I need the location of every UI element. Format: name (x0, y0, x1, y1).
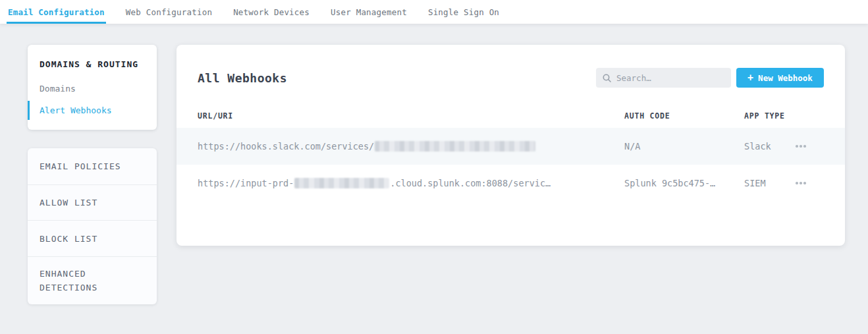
table-row: https://input-prd- .cloud.splunk.com:808… (176, 165, 845, 202)
tab-single-sign-on[interactable]: Single Sign On (427, 0, 501, 24)
top-navigation: Email Configuration Web Configuration Ne… (0, 0, 868, 24)
url-text: https://input-prd- (198, 178, 294, 188)
app-type-cell: SIEM (744, 165, 790, 202)
row-menu-icon[interactable] (791, 165, 811, 202)
redacted-url-segment (375, 141, 535, 152)
column-header-app-type: APP TYPE (744, 111, 785, 121)
app-type-cell: Slack (744, 128, 790, 165)
webhook-url-cell: https://hooks.slack.com/services/ (198, 128, 619, 165)
auth-code-cell: N/A (624, 128, 740, 165)
column-header-auth-code: AUTH CODE (624, 111, 670, 121)
sidebar-item-enhanced-detections[interactable]: ENHANCED DETECTIONS (28, 256, 157, 304)
sidebar-item-block-list[interactable]: BLOCK LIST (28, 220, 157, 256)
webhook-url-cell: https://input-prd- .cloud.splunk.com:808… (198, 165, 619, 202)
url-text-suffix: .cloud.splunk.com:8088/servic… (390, 178, 551, 188)
tab-user-management[interactable]: User Management (329, 0, 408, 24)
redacted-url-segment (294, 178, 389, 188)
tab-email-configuration[interactable]: Email Configuration (7, 0, 106, 24)
page-title: All Webhooks (198, 71, 287, 85)
new-webhook-label: New Webhook (758, 73, 813, 83)
search-box (596, 68, 731, 88)
tab-web-configuration[interactable]: Web Configuration (124, 0, 213, 24)
tab-network-devices[interactable]: Network Devices (232, 0, 311, 24)
table-row: https://hooks.slack.com/services/ N/A Sl… (176, 128, 845, 165)
plus-icon: + (747, 73, 753, 83)
webhooks-panel: All Webhooks + New Webhook URL/URI AUTH … (176, 45, 845, 246)
sidebar-item-domains[interactable]: Domains (28, 78, 157, 99)
auth-code-cell: Splunk 9c5bc475-… (624, 165, 740, 202)
sidebar-item-alert-webhooks[interactable]: Alert Webhooks (28, 99, 157, 121)
domains-routing-card: DOMAINS & ROUTING Domains Alert Webhooks (28, 45, 157, 130)
active-indicator-bar (28, 101, 30, 120)
column-header-url: URL/URI (198, 111, 233, 121)
sidebar-item-label: Alert Webhooks (40, 105, 112, 115)
sidebar-item-email-policies[interactable]: EMAIL POLICIES (28, 148, 157, 184)
sidebar-item-allow-list[interactable]: ALLOW LIST (28, 184, 157, 220)
search-input[interactable] (616, 73, 724, 83)
sidebar-section-list: EMAIL POLICIES ALLOW LIST BLOCK LIST ENH… (28, 148, 157, 304)
new-webhook-button[interactable]: + New Webhook (736, 68, 824, 88)
url-text: https://hooks.slack.com/services/ (198, 141, 374, 152)
domains-routing-title: DOMAINS & ROUTING (28, 54, 157, 74)
row-menu-icon[interactable] (791, 128, 811, 165)
search-icon (603, 74, 611, 82)
